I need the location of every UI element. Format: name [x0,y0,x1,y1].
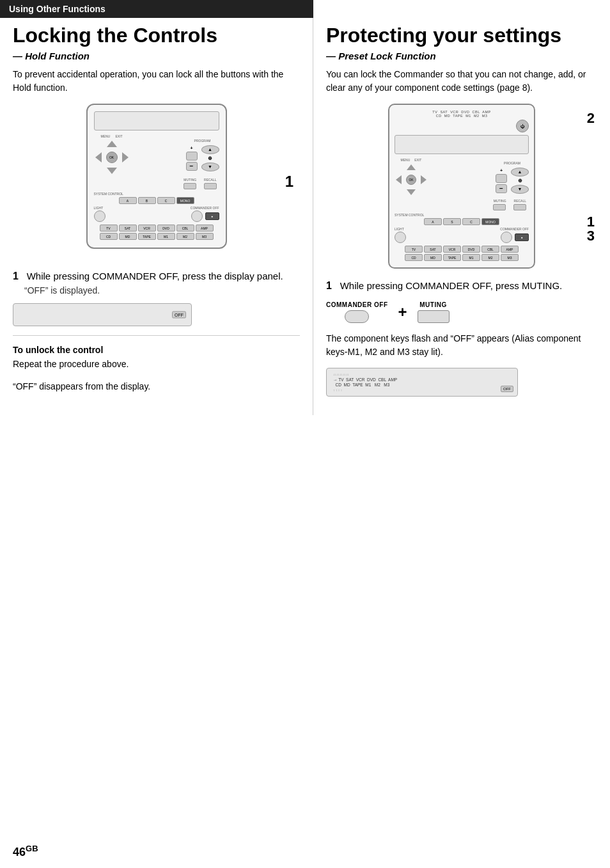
right-key-vcr: VCR [443,246,461,253]
key-display-panel: ↓↓↓↓↓↓↓↓↓↓ → TV SAT VCR DVD CBL AMP CD M… [326,368,518,397]
callout-2: 2 [587,110,595,127]
right-key-s: S [443,218,461,225]
vol-plus [186,152,198,161]
right-system-ctrl: SYSTEM CONTROL [395,213,529,217]
divider [13,335,300,336]
key-a: A [119,197,137,204]
muting-rect [418,310,450,323]
remote-controls: MENU EXIT OK [94,134,219,175]
right-cd-row: CD MD TAPE M1 M2 M3 [395,254,529,261]
right-remote-display [395,135,529,154]
off-tag: OFF [172,311,186,318]
page-footer: 46GB [13,844,38,859]
right-column: Protecting your settings — Preset Lock F… [313,18,610,415]
key-tape: TAPE [138,233,156,240]
key-cbl: CBL [176,225,194,232]
right-key-sat: SAT [424,246,442,253]
tv-row: TV SAT VCR DVD CBL AMP [94,225,219,232]
right-title: Protecting your settings [326,24,597,47]
header-bar: Using Other Functions [0,0,313,18]
commander-off-btn: COMMANDER OFF [326,301,388,323]
button-illustration: COMMANDER OFF + MUTING [326,301,597,323]
right-key-cd: CD [405,254,423,261]
key-display-inner: ↓↓↓↓↓↓↓↓↓↓ → TV SAT VCR DVD CBL AMP CD M… [333,372,511,392]
right-vol-minus: − [496,184,507,193]
left-body: To prevent accidental operation, you can… [13,68,300,95]
key-mono: MONO [176,197,194,204]
left-column: Locking the Controls — Hold Function To … [0,18,313,415]
remote-display [94,111,219,130]
abc-row: A B C MONO [94,197,219,204]
right-vol-plus [496,174,507,183]
unlock-text1: Repeat the procedure above. [13,358,300,371]
key-vcr: VCR [138,225,156,232]
vol-minus: − [186,162,198,171]
step1-text: While pressing COMMANDER OFF, press the … [27,271,283,281]
system-control-label: SYSTEM CONTROL [94,192,219,196]
right-key-m2: M2 [481,254,499,261]
right-remote-controls: MENU EXIT OK PROGRAM [395,158,529,196]
key-display-off-tag: OFF [501,386,513,392]
right-tv-row: TV SAT VCR DVD CBL AMP [395,246,529,253]
right-key-dvd: DVD [462,246,480,253]
commander-off-label: COMMANDER OFF [326,301,388,308]
right-body: You can lock the Commander so that you c… [326,68,597,95]
commander-off-circle [345,310,369,323]
callout-1: 1 [285,173,293,191]
plus-sign: + [398,304,407,320]
key-tv: TV [100,225,118,232]
left-subtitle: — Hold Function [13,51,300,61]
right-key-c: C [462,218,480,225]
page-number: 46 [13,846,26,858]
display-panel-small: OFF [13,303,192,326]
cd-row: CD MD TAPE M1 M2 M3 [94,233,219,240]
ch-down: ▼ [201,162,219,171]
right-key-tv: TV [405,246,423,253]
key-md: MD [119,233,137,240]
key-m2: M2 [176,233,194,240]
muting-btn: MUTING [418,301,450,323]
page-suffix: GB [26,844,38,853]
callout-13-3: 3 [587,229,595,243]
right-key-cbl: CBL [481,246,499,253]
right-key-m1: M1 [462,254,480,261]
right-subtitle: — Preset Lock Function [326,51,597,61]
key-c: C [157,197,175,204]
key-b: B [138,197,156,204]
step1-sub: “OFF” is displayed. [13,285,300,296]
right-step1-text: While pressing COMMANDER OFF, press MUTI… [340,280,563,291]
key-cd: CD [100,233,118,240]
ch-up: ▲ [201,145,219,154]
right-key-amp: AMP [501,246,519,253]
muting-label: MUTING [419,301,446,308]
key-amp: AMP [196,225,214,232]
step1-num: 1 [13,271,19,281]
right-abc-row: A S C MONO [395,218,529,225]
left-step1: 1 While pressing COMMANDER OFF, press th… [13,269,300,296]
key-m3: M3 [196,233,214,240]
right-ch-up: ▲ [511,168,529,177]
left-diagram-wrapper: MENU EXIT OK [13,104,300,259]
right-key-a: A [424,218,442,225]
page-content: Locking the Controls — Hold Function To … [0,18,610,415]
key-sat: SAT [119,225,137,232]
right-after-text: The component keys flash and “OFF” appea… [326,332,597,359]
key-m1: M1 [157,233,175,240]
right-step1: 1 While pressing COMMANDER OFF, press MU… [326,279,597,294]
left-remote-diagram: MENU EXIT OK [86,104,227,249]
left-title: Locking the Controls [13,24,300,47]
right-key-mono: MONO [481,218,499,225]
key-dvd: DVD [157,225,175,232]
right-ch-down: ▼ [511,185,529,194]
callout-13: 1 3 [587,215,595,243]
right-step1-num: 1 [326,280,332,291]
right-key-md: MD [424,254,442,261]
callout-13-1: 1 [587,215,595,229]
unlock-text2: “OFF” disappears from the display. [13,380,300,393]
header-label: Using Other Functions [9,4,106,14]
right-remote-diagram: TV SAT VCR DVD CBL AMPCD MD TAPE M1 M2 M… [388,104,535,269]
right-key-tape: TAPE [443,254,461,261]
right-diagram-wrapper: TV SAT VCR DVD CBL AMPCD MD TAPE M1 M2 M… [326,104,597,269]
unlock-title: To unlock the control [13,345,300,355]
right-key-m3: M3 [501,254,519,261]
